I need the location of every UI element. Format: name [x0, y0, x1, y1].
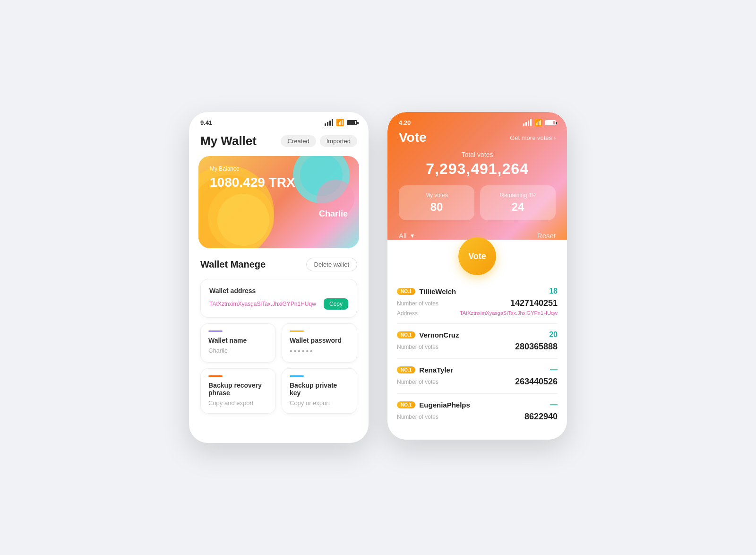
wallet-manage-section: Wallet Manege Delete wallet Wallet addre…	[189, 248, 369, 414]
backup-recovery-sub: Copy and export	[208, 399, 268, 407]
my-votes-label: My votes	[406, 192, 467, 199]
candidate-1-votes-label: Number of votes	[397, 300, 449, 307]
candidate-4-name: EugeniaPhelps	[419, 401, 470, 409]
backup-row: Backup recovery phrase Copy and export B…	[200, 368, 357, 414]
total-votes-label: Total votes	[399, 151, 556, 158]
candidate-3-votes-row: Number of votes 263440526	[397, 377, 558, 387]
vote-signal-icon	[523, 119, 532, 126]
wallet-name-label: Wallet name	[208, 337, 268, 344]
candidate-item-1[interactable]: NO.1 TillieWelch 18 Number of votes 1427…	[397, 280, 558, 324]
backup-private-card[interactable]: Backup private key Copy or export	[282, 368, 357, 414]
candidate-2-votes-label: Number of votes	[397, 344, 449, 350]
page-title: My Wallet	[200, 134, 257, 148]
candidate-2-votes-value: 280365888	[515, 342, 558, 352]
name-password-row: Wallet name Charlie Wallet password ••••…	[200, 323, 357, 363]
battery-icon	[347, 120, 357, 125]
wallet-name-card: Wallet name Charlie	[200, 323, 276, 363]
candidates-section: NO.1 TillieWelch 18 Number of votes 1427…	[387, 273, 567, 440]
remaining-tp-card: Remaining TP 24	[480, 185, 556, 220]
candidate-4-votes-value: 8622940	[524, 412, 558, 422]
candidate-2-top: NO.1 VernonCruz 20	[397, 330, 558, 339]
candidate-1-address-value: TAtXztnximXyasgaSiTax.JhxiGYPn1HUqw	[460, 310, 558, 317]
candidate-3-badge: NO.1	[397, 366, 415, 373]
manage-header: Wallet Manege Delete wallet	[200, 258, 357, 271]
backup-private-label: Backup private key	[290, 382, 349, 397]
my-votes-card: My votes 80	[399, 185, 474, 220]
candidate-item-3[interactable]: NO.1 RenaTyler — Number of votes 2634405…	[397, 359, 558, 394]
candidate-2-badge: NO.1	[397, 331, 415, 338]
manage-title: Wallet Manege	[200, 259, 266, 270]
vote-stats: My votes 80 Remaining TP 24	[399, 185, 556, 228]
blue-bar	[290, 375, 304, 377]
candidate-1-left: NO.1 TillieWelch	[397, 287, 456, 295]
copy-address-button[interactable]: Copy	[324, 298, 348, 310]
balance-amount: 1080.429 TRX	[210, 175, 348, 190]
signal-icon	[325, 119, 333, 126]
candidate-item-2[interactable]: NO.1 VernonCruz 20 Number of votes 28036…	[397, 324, 558, 359]
left-phone: 9.41 📶 My Wallet Created Imported	[189, 112, 369, 443]
vote-battery-icon	[545, 120, 556, 125]
wallet-password-card: Wallet password ••••••	[282, 323, 357, 363]
vote-status-bar: 4.20 📶	[399, 119, 556, 126]
address-value: TAtXztnximXyasgaSiTax.JhxiGYPn1HUqw	[209, 301, 319, 307]
wallet-password-value: ••••••	[290, 347, 349, 356]
candidate-3-top: NO.1 RenaTyler —	[397, 365, 558, 374]
candidate-4-rank: —	[550, 400, 558, 409]
left-time: 9.41	[200, 119, 212, 126]
total-votes-value: 7,293,491,264	[399, 160, 556, 178]
header-tabs: Created Imported	[281, 135, 357, 147]
candidate-4-left: NO.1 EugeniaPhelps	[397, 401, 470, 409]
candidate-1-name: TillieWelch	[419, 287, 456, 295]
candidate-1-address-label: Address	[397, 310, 418, 317]
tab-created[interactable]: Created	[281, 135, 316, 147]
right-phone: 4.20 📶 Vote Get more votes › Tota	[387, 112, 567, 440]
remaining-value: 24	[488, 200, 548, 214]
purple-bar	[208, 330, 223, 332]
get-more-votes-link[interactable]: Get more votes ›	[510, 134, 556, 141]
candidate-3-votes-label: Number of votes	[397, 379, 449, 385]
wallet-card: My Balance 1080.429 TRX Charlie	[198, 156, 359, 248]
left-status-icons: 📶	[325, 119, 357, 126]
total-votes-section: Total votes 7,293,491,264	[399, 151, 556, 185]
vote-wifi-icon: 📶	[534, 119, 542, 126]
candidate-4-badge: NO.1	[397, 401, 415, 408]
remaining-label: Remaining TP	[488, 192, 548, 199]
candidate-item-4[interactable]: NO.1 EugeniaPhelps — Number of votes 862…	[397, 394, 558, 428]
wallet-header: My Wallet Created Imported	[189, 130, 369, 156]
vote-title: Vote	[399, 130, 427, 145]
wallet-address-card: Wallet address TAtXztnximXyasgaSiTax.Jhx…	[200, 279, 357, 318]
backup-private-sub: Copy or export	[290, 399, 349, 407]
wifi-icon: 📶	[336, 119, 344, 126]
wallet-password-label: Wallet password	[290, 337, 349, 344]
wallet-name-value: Charlie	[208, 347, 268, 354]
candidate-3-rank: —	[550, 365, 558, 374]
screen-container: 9.41 📶 My Wallet Created Imported	[170, 93, 586, 462]
left-status-bar: 9.41 📶	[189, 112, 369, 130]
address-row: TAtXztnximXyasgaSiTax.JhxiGYPn1HUqw Copy	[209, 298, 348, 310]
candidate-1-rank: 18	[549, 287, 558, 295]
backup-recovery-card[interactable]: Backup recovery phrase Copy and export	[200, 368, 276, 414]
vote-status-icons: 📶	[523, 119, 556, 126]
delete-wallet-button[interactable]: Delete wallet	[306, 258, 357, 271]
balance-label: My Balance	[210, 165, 348, 172]
vote-header-bg: 4.20 📶 Vote Get more votes › Tota	[387, 112, 567, 240]
vote-time: 4.20	[399, 119, 411, 126]
candidate-1-votes-row: Number of votes 1427140251	[397, 298, 558, 308]
candidate-1-address-row: Address TAtXztnximXyasgaSiTax.JhxiGYPn1H…	[397, 310, 558, 317]
candidate-3-votes-value: 263440526	[515, 377, 558, 387]
candidate-2-left: NO.1 VernonCruz	[397, 331, 459, 339]
vote-circle-button[interactable]: Vote	[458, 237, 496, 275]
candidate-4-top: NO.1 EugeniaPhelps —	[397, 400, 558, 409]
candidate-1-votes-value: 1427140251	[510, 298, 558, 308]
vote-title-row: Vote Get more votes ›	[399, 130, 556, 145]
address-label: Wallet address	[209, 287, 348, 295]
backup-recovery-label: Backup recovery phrase	[208, 382, 268, 397]
wallet-user-name: Charlie	[210, 209, 348, 219]
wallet-card-content: My Balance 1080.429 TRX Charlie	[198, 156, 359, 228]
candidate-2-votes-row: Number of votes 280365888	[397, 342, 558, 352]
yellow-bar	[290, 330, 304, 332]
my-votes-value: 80	[406, 200, 467, 214]
candidate-3-name: RenaTyler	[419, 366, 453, 374]
tab-imported[interactable]: Imported	[320, 135, 357, 147]
candidate-1-top: NO.1 TillieWelch 18	[397, 287, 558, 295]
